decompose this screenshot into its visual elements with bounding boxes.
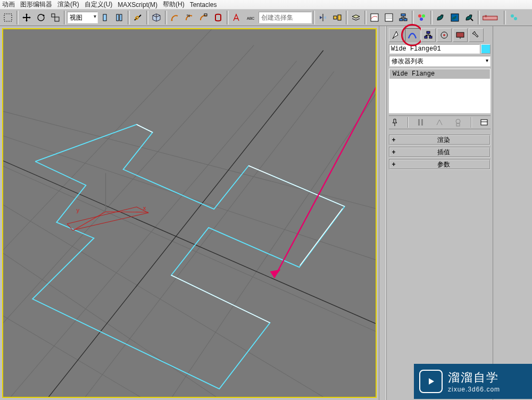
align-button[interactable] — [330, 11, 344, 24]
object-color-swatch[interactable] — [481, 44, 491, 54]
svg-point-21 — [418, 14, 421, 18]
menu-maxscript[interactable]: MAXScript(M) — [118, 1, 157, 9]
command-panel: Wide Flange01 修改器列表 Wide Flange — [386, 26, 493, 400]
svg-rect-5 — [117, 14, 119, 21]
render-frame-button[interactable] — [448, 11, 462, 24]
schematic-button[interactable] — [396, 11, 410, 24]
svg-point-61 — [456, 119, 460, 123]
show-end-result-button[interactable] — [415, 116, 427, 128]
svg-rect-20 — [404, 19, 407, 21]
main-toolbar: 视图 % ABC — [0, 10, 532, 26]
svg-rect-53 — [425, 36, 427, 38]
stack-item[interactable]: Wide Flange — [389, 69, 490, 79]
object-name-field[interactable]: Wide Flange01 — [389, 44, 480, 54]
svg-line-42 — [137, 124, 153, 132]
watermark-logo: 溜溜自学 zixue.3d66.com — [414, 364, 532, 399]
svg-line-38 — [3, 45, 254, 347]
menu-graph-editors[interactable]: 图形编辑器 — [20, 0, 52, 9]
tab-motion[interactable] — [437, 28, 452, 42]
rollout-expand-icon: + — [390, 148, 397, 156]
pin-stack-button[interactable] — [389, 116, 401, 128]
select-link-button[interactable] — [131, 11, 145, 24]
rollout-parameters[interactable]: + 参数 — [389, 159, 491, 170]
svg-rect-0 — [4, 14, 12, 21]
tab-display[interactable] — [453, 28, 468, 42]
dope-sheet-button[interactable] — [382, 11, 396, 24]
curve-editor-button[interactable] — [368, 11, 381, 24]
rollout-expand-icon: + — [390, 161, 397, 168]
material-editor-button[interactable] — [415, 11, 429, 24]
ref-coord-dropdown[interactable]: 视图 — [67, 12, 98, 23]
rollout-render[interactable]: + 渲染 — [389, 135, 491, 145]
named-sel-edit-button[interactable] — [230, 11, 244, 24]
reactor-icon-button[interactable] — [481, 11, 502, 24]
render-setup-button[interactable] — [434, 11, 447, 24]
svg-line-44 — [171, 275, 270, 322]
svg-text:%: % — [187, 14, 190, 18]
menu-tentacles[interactable]: Tentacles — [190, 1, 217, 9]
modifier-list-dropdown[interactable]: 修改器列表 — [389, 56, 491, 66]
svg-point-23 — [420, 18, 423, 21]
svg-rect-6 — [120, 14, 122, 21]
menu-bar: 动画 图形编辑器 渲染(R) 自定义(U) MAXScript(M) 帮助(H)… — [0, 0, 532, 10]
watermark-url: zixue.3d66.com — [448, 386, 500, 393]
configure-modifier-sets-button[interactable] — [478, 116, 490, 128]
snap-spinner-button[interactable] — [197, 11, 211, 24]
snap-angle-button[interactable] — [168, 11, 182, 24]
right-rail — [493, 26, 532, 400]
scale-button[interactable] — [48, 11, 62, 24]
make-unique-button[interactable] — [434, 116, 445, 128]
remove-modifier-button[interactable] — [452, 116, 464, 128]
svg-point-56 — [443, 34, 445, 36]
svg-rect-49 — [71, 211, 149, 235]
snap-toggle-button[interactable] — [211, 11, 225, 24]
use-pivot-button[interactable] — [98, 11, 112, 24]
cube-icon-button[interactable] — [149, 11, 163, 24]
svg-marker-65 — [429, 378, 434, 385]
svg-rect-54 — [429, 36, 432, 38]
rotate-button[interactable] — [34, 11, 48, 24]
svg-rect-4 — [103, 14, 106, 21]
command-panel-tabs — [389, 28, 491, 42]
svg-rect-57 — [456, 32, 464, 37]
named-selection-input[interactable] — [259, 12, 312, 23]
reactor-balls-button[interactable] — [507, 11, 521, 24]
svg-rect-12 — [334, 16, 337, 19]
viewport-canvas: x y — [3, 29, 376, 397]
svg-line-35 — [9, 61, 297, 397]
rollout-interpolation[interactable]: + 插值 — [389, 147, 491, 157]
quick-render-button[interactable] — [462, 11, 476, 24]
axis-y-label: y — [76, 207, 79, 213]
named-sel-abc-button[interactable]: ABC — [244, 11, 258, 24]
svg-rect-19 — [400, 19, 403, 21]
svg-line-34 — [3, 310, 323, 397]
menu-customize[interactable]: 自定义(U) — [85, 0, 113, 9]
move-button[interactable] — [20, 11, 34, 24]
watermark-title: 溜溜自学 — [448, 370, 500, 386]
layers-button[interactable] — [349, 11, 363, 24]
menu-animation[interactable]: 动画 — [2, 0, 15, 9]
svg-line-36 — [67, 72, 334, 397]
svg-rect-13 — [338, 15, 341, 20]
menu-help[interactable]: 帮助(H) — [163, 0, 185, 9]
viewport-divider[interactable] — [379, 26, 386, 400]
main-area: x y — [0, 26, 532, 400]
svg-point-27 — [511, 14, 514, 18]
mirror-button[interactable] — [316, 11, 330, 24]
svg-rect-18 — [401, 14, 405, 16]
menu-render[interactable]: 渲染(R) — [57, 0, 79, 9]
svg-point-28 — [514, 17, 517, 20]
svg-rect-15 — [385, 14, 393, 21]
snap-percent-button[interactable]: % — [182, 11, 196, 24]
watermark-play-icon — [419, 370, 443, 393]
use-selection-center-button[interactable] — [112, 11, 126, 24]
tab-hierarchy[interactable] — [421, 28, 436, 42]
svg-rect-52 — [427, 31, 430, 34]
perspective-viewport[interactable]: x y — [2, 28, 377, 398]
tab-modify[interactable] — [405, 28, 420, 42]
svg-rect-26 — [485, 15, 487, 18]
modifier-stack[interactable]: Wide Flange — [389, 69, 491, 113]
svg-rect-2 — [52, 14, 55, 17]
tab-utilities[interactable] — [469, 28, 484, 42]
selection-region-button[interactable] — [1, 11, 15, 24]
